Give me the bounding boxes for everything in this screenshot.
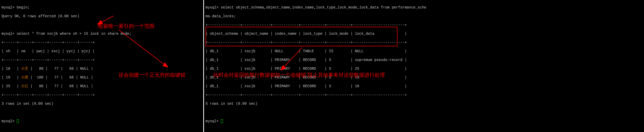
- command-wrap: ma.data_locks;: [206, 14, 642, 19]
- table-row: | db_1 | xscjb | PRIMARY | RECORD | S | …: [206, 84, 642, 89]
- cursor-icon: [17, 119, 19, 123]
- mysql-prompt: mysql>: [2, 32, 14, 36]
- table-row: | db_1 | xscjb | PRIMARY | RECORD | S | …: [206, 58, 642, 62]
- table-row: | db_1 | xscjb | NULL | TABLE | IS | NUL…: [206, 49, 642, 54]
- terminal-right-pane[interactable]: mysql> select object_schema,object_name,…: [204, 0, 644, 132]
- table-border: +------+------+------+------+------+----…: [2, 93, 202, 97]
- table-border: +---------------+-------------+---------…: [206, 93, 642, 97]
- rows-in-set: 5 rows in set (0.00 sec): [206, 101, 642, 106]
- mysql-prompt: mysql>: [206, 5, 218, 10]
- highlight-box: [206, 27, 397, 46]
- table-border: +------+------+------+------+------+----…: [2, 40, 202, 45]
- annotation-next-key-lock: 此时会对返回的每行数据都加一个临键锁 阻止其他事务对这些数据进行处理: [213, 72, 385, 78]
- query-ok-output: Query OK, 0 rows affected (0.00 sec): [2, 14, 202, 19]
- table-header: | xh | xm | ywcj | sxcj | yycj | pjcj |: [2, 49, 202, 54]
- begin-command: begin;: [14, 5, 30, 10]
- name-cell: 小江: [21, 84, 28, 88]
- select-command: select * from xscjb where xh > 15 lock i…: [14, 32, 131, 36]
- name-cell: 小黑: [21, 75, 28, 80]
- mysql-prompt: mysql>: [2, 5, 14, 10]
- rows-in-set: 3 rows in set (0.00 sec): [2, 101, 202, 106]
- table-row: | db_1 | xscjb | PRIMARY | RECORD | S | …: [206, 66, 642, 71]
- table-row: | 18 | 小王 | 88 | 77 | 66 | NULL |: [2, 66, 202, 71]
- name-cell: 小王: [21, 67, 28, 71]
- cursor-icon: [221, 119, 223, 123]
- terminal-left-pane[interactable]: mysql> begin; Query OK, 0 rows affected …: [0, 0, 204, 132]
- mysql-prompt: mysql>: [2, 119, 14, 123]
- mysql-prompt: mysql>: [206, 119, 218, 123]
- select-locks-command: select object_schema,object_name,index_n…: [218, 5, 426, 10]
- annotation-range-search: 检索唯一索引的一个范围: [98, 23, 155, 30]
- table-row: | 25 | 小江 | 88 | 77 | 66 | NULL |: [2, 84, 202, 89]
- table-border: +------+------+------+------+------+----…: [2, 58, 202, 62]
- annotation-infinity-lock: 还会创建一个正无穷的临键锁: [118, 72, 185, 78]
